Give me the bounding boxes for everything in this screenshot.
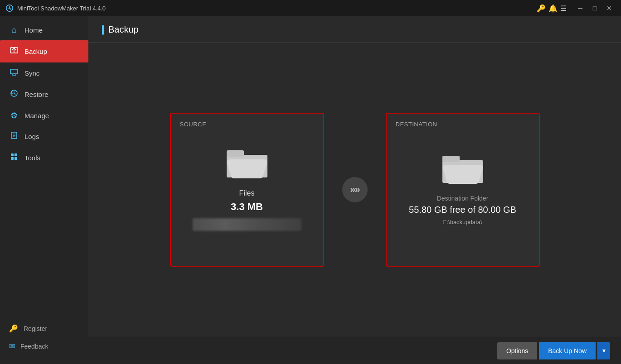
- manage-icon: ⚙: [9, 110, 19, 120]
- logs-icon: [9, 131, 19, 142]
- sidebar-item-label-tools: Tools: [24, 154, 40, 162]
- arrow-indicator: »»: [342, 177, 368, 202]
- sidebar: ⌂ Home Backup Sync: [0, 16, 88, 364]
- folder-open-icon: [227, 148, 267, 180]
- sidebar-item-backup[interactable]: Backup: [0, 40, 88, 62]
- titlebar-controls: ─ □ ✕: [574, 3, 616, 13]
- sidebar-item-logs[interactable]: Logs: [0, 126, 88, 147]
- titlebar: MiniTool ShadowMaker Trial 4.4.0 🔑 🔔 ☰ ─…: [0, 0, 621, 16]
- folder-open-icon-dest: [442, 154, 483, 186]
- source-folder-icon: [227, 148, 267, 182]
- options-button[interactable]: Options: [497, 342, 537, 359]
- chevron-down-icon: ▼: [602, 348, 607, 354]
- source-blurred-text: [193, 218, 301, 231]
- backup-now-dropdown-button[interactable]: ▼: [597, 342, 610, 359]
- app-logo: [5, 4, 14, 12]
- home-icon: ⌂: [9, 25, 19, 35]
- sidebar-item-home[interactable]: ⌂ Home: [0, 20, 88, 40]
- source-card[interactable]: SOURCE Files 3.3 MB: [170, 113, 324, 267]
- backup-icon: [9, 46, 19, 57]
- sidebar-item-label-logs: Logs: [24, 133, 39, 140]
- feedback-link[interactable]: ✉ Feedback: [0, 337, 88, 355]
- destination-label: DESTINATION: [396, 121, 437, 128]
- source-label: SOURCE: [180, 121, 207, 128]
- app-title: MiniTool ShadowMaker Trial 4.4.0: [17, 5, 106, 12]
- backup-now-button[interactable]: Back Up Now: [539, 342, 596, 359]
- titlebar-icons: 🔑 🔔 ☰: [537, 4, 567, 13]
- feedback-label: Feedback: [20, 343, 48, 350]
- content-area: Backup SOURCE Files: [88, 16, 621, 364]
- bell-icon[interactable]: 🔔: [548, 4, 558, 13]
- maximize-button[interactable]: □: [588, 3, 601, 13]
- backup-main: SOURCE Files 3.3 MB: [88, 43, 621, 337]
- titlebar-left: MiniTool ShadowMaker Trial 4.4.0: [5, 4, 106, 12]
- page-title: Backup: [108, 24, 139, 35]
- svg-rect-14: [227, 150, 244, 157]
- svg-rect-11: [11, 157, 14, 160]
- sidebar-item-sync[interactable]: Sync: [0, 62, 88, 84]
- sidebar-item-label-backup: Backup: [24, 48, 47, 55]
- sync-icon: [9, 68, 19, 78]
- destination-storage: 55.80 GB free of 80.00 GB: [409, 205, 516, 215]
- menu-icon[interactable]: ☰: [560, 4, 567, 13]
- svg-rect-16: [442, 156, 460, 162]
- restore-icon: [9, 89, 19, 100]
- source-size: 3.3 MB: [231, 201, 263, 213]
- source-name: Files: [239, 189, 255, 197]
- sidebar-item-label-sync: Sync: [24, 69, 39, 77]
- page-header: Backup: [88, 16, 621, 43]
- bottom-bar: Options Back Up Now ▼: [88, 337, 621, 364]
- tools-icon: [9, 153, 19, 163]
- destination-folder-icon: [442, 154, 483, 187]
- svg-rect-10: [15, 153, 17, 156]
- page-title-bar: [102, 25, 104, 35]
- key-icon: 🔑: [9, 324, 18, 333]
- sidebar-item-label-manage: Manage: [24, 112, 49, 120]
- register-label: Register: [24, 325, 47, 332]
- sidebar-item-tools[interactable]: Tools: [0, 147, 88, 168]
- register-link[interactable]: 🔑 Register: [0, 320, 88, 337]
- svg-rect-9: [11, 153, 14, 156]
- app-layout: ⌂ Home Backup Sync: [0, 16, 621, 364]
- svg-rect-12: [15, 157, 17, 160]
- key-icon[interactable]: 🔑: [537, 4, 546, 13]
- sidebar-item-restore[interactable]: Restore: [0, 84, 88, 105]
- minimize-button[interactable]: ─: [574, 3, 587, 13]
- destination-card[interactable]: DESTINATION Destination Folder 55.80 GB …: [386, 113, 540, 267]
- close-button[interactable]: ✕: [603, 3, 616, 13]
- destination-path: F:\backupdata\: [443, 219, 482, 225]
- destination-name: Destination Folder: [437, 195, 489, 202]
- sidebar-bottom: 🔑 Register ✉ Feedback: [0, 320, 88, 364]
- svg-rect-3: [10, 69, 18, 74]
- sidebar-item-manage[interactable]: ⚙ Manage: [0, 105, 88, 126]
- arrow-chevrons: »»: [350, 184, 359, 196]
- sidebar-item-label-restore: Restore: [24, 91, 49, 98]
- sidebar-item-label-home: Home: [24, 26, 43, 34]
- mail-icon: ✉: [9, 342, 15, 350]
